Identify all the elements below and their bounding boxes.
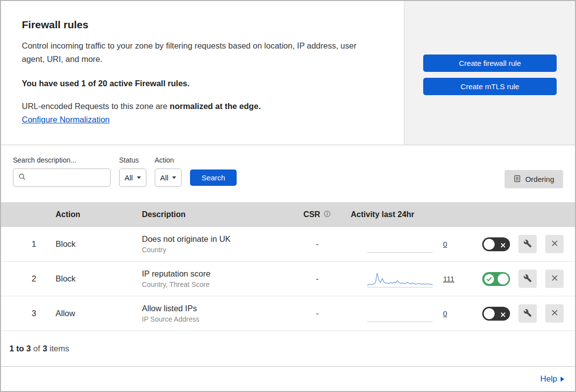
rule-fields: Country bbox=[142, 246, 291, 254]
rule-action: Block bbox=[46, 274, 132, 283]
rule-priority: 1 bbox=[1, 239, 46, 249]
search-group: Search description... bbox=[13, 156, 111, 187]
delete-rule-button[interactable] bbox=[545, 235, 564, 253]
rule-enabled-toggle[interactable] bbox=[482, 307, 510, 321]
wrench-icon bbox=[523, 239, 532, 249]
activity-sparkline bbox=[367, 271, 433, 287]
help-link-label: Help bbox=[540, 374, 557, 384]
rule-action: Block bbox=[46, 239, 132, 249]
rule-activity-cell: 0 bbox=[343, 305, 482, 322]
rule-controls bbox=[482, 270, 575, 288]
header-text-block: Firewall rules Control incoming traffic … bbox=[1, 1, 404, 145]
table-header: Action Description CSR Activity last 24h… bbox=[1, 202, 575, 227]
info-icon[interactable] bbox=[323, 210, 331, 220]
activity-sparkline-empty bbox=[367, 305, 433, 322]
action-column-header: Action bbox=[46, 210, 132, 219]
normalization-note: URL-encoded Requests to this zone are no… bbox=[22, 102, 384, 111]
usage-note: You have used 1 of 20 active Firewall ru… bbox=[22, 79, 384, 88]
rule-controls bbox=[482, 304, 575, 323]
pagination-total: 3 bbox=[43, 344, 47, 353]
rule-activity-cell: 0 bbox=[343, 236, 482, 253]
rule-controls bbox=[482, 235, 575, 253]
wrench-icon bbox=[523, 309, 532, 319]
delete-rule-button[interactable] bbox=[545, 304, 564, 323]
action-select[interactable]: All bbox=[155, 168, 182, 187]
page-header: Firewall rules Control incoming traffic … bbox=[1, 1, 575, 145]
action-selected-value: All bbox=[160, 173, 169, 182]
csr-column-header: CSR bbox=[291, 210, 343, 220]
rule-priority: 3 bbox=[1, 309, 46, 318]
ordering-button-label: Ordering bbox=[525, 175, 554, 183]
page-title: Firewall rules bbox=[22, 19, 384, 31]
rule-description: IP reputation score bbox=[142, 269, 291, 279]
edit-rule-button[interactable] bbox=[518, 270, 537, 288]
help-arrow-icon bbox=[561, 377, 564, 382]
pagination-of: of bbox=[33, 344, 40, 353]
rule-csr-value: - bbox=[291, 274, 343, 283]
activity-count-link[interactable]: 0 bbox=[443, 240, 447, 248]
pagination-items: items bbox=[50, 344, 69, 353]
edit-rule-button[interactable] bbox=[518, 304, 537, 323]
status-select[interactable]: All bbox=[119, 168, 146, 187]
close-icon bbox=[551, 240, 558, 248]
close-icon bbox=[551, 275, 558, 283]
pagination-range: 1 to 3 bbox=[9, 344, 31, 353]
rule-priority: 2 bbox=[1, 274, 46, 283]
status-label: Status bbox=[119, 156, 146, 164]
help-bar: Help bbox=[1, 367, 575, 391]
table-row: 1 Block Does not originate in UK Country… bbox=[1, 227, 575, 262]
activity-count-link[interactable]: 111 bbox=[443, 275, 454, 283]
create-firewall-rule-button[interactable]: Create firewall rule bbox=[423, 55, 557, 72]
ordering-icon bbox=[513, 175, 521, 184]
page-description: Control incoming traffic to your zone by… bbox=[22, 39, 379, 65]
chevron-down-icon bbox=[137, 176, 141, 179]
configure-normalization-link[interactable]: Configure Normalization bbox=[22, 115, 110, 124]
search-icon bbox=[18, 173, 26, 182]
chevron-down-icon bbox=[172, 176, 176, 179]
rule-csr-value: - bbox=[291, 309, 343, 318]
action-label: Action bbox=[155, 156, 182, 164]
header-actions-panel: Create firewall rule Create mTLS rule bbox=[404, 1, 575, 145]
toggle-knob bbox=[484, 239, 495, 250]
table-footer: 1 to 3 of 3 items bbox=[1, 331, 575, 367]
activity-sparkline-empty bbox=[367, 236, 433, 253]
help-link[interactable]: Help bbox=[540, 374, 564, 384]
search-description-input[interactable] bbox=[29, 173, 105, 182]
wrench-icon bbox=[523, 274, 532, 284]
csr-header-label: CSR bbox=[304, 210, 320, 219]
rule-description: Allow listed IPs bbox=[142, 304, 291, 313]
normalization-text: URL-encoded Requests to this zone are bbox=[22, 102, 170, 111]
delete-rule-button[interactable] bbox=[545, 270, 564, 288]
firewall-rules-page: Firewall rules Control incoming traffic … bbox=[0, 0, 576, 392]
ordering-button[interactable]: Ordering bbox=[505, 170, 563, 188]
create-mtls-rule-button[interactable]: Create mTLS rule bbox=[423, 78, 557, 95]
rule-csr-value: - bbox=[291, 239, 343, 249]
table-row: 2 Block IP reputation score Country, Thr… bbox=[1, 262, 575, 296]
rule-description-cell: Does not originate in UK Country bbox=[132, 234, 291, 254]
search-box bbox=[13, 168, 111, 187]
rule-action: Allow bbox=[46, 309, 132, 318]
rule-fields: Country, Threat Score bbox=[142, 280, 291, 288]
normalization-bold: normalized at the edge. bbox=[170, 102, 260, 111]
status-filter-group: Status All bbox=[119, 156, 146, 187]
edit-rule-button[interactable] bbox=[518, 235, 537, 253]
rule-description-cell: IP reputation score Country, Threat Scor… bbox=[132, 269, 291, 288]
toggle-knob bbox=[484, 308, 495, 319]
rule-fields: IP Source Address bbox=[142, 315, 291, 323]
rule-enabled-toggle[interactable] bbox=[482, 272, 510, 286]
rule-description-cell: Allow listed IPs IP Source Address bbox=[132, 304, 291, 323]
filter-bar: Search description... Status All Action bbox=[1, 145, 575, 202]
description-column-header: Description bbox=[132, 210, 291, 219]
activity-column-header: Activity last 24hr bbox=[343, 210, 482, 219]
rule-enabled-toggle[interactable] bbox=[482, 237, 510, 251]
search-label: Search description... bbox=[13, 156, 111, 164]
activity-count-link[interactable]: 0 bbox=[443, 309, 447, 318]
rule-description: Does not originate in UK bbox=[142, 234, 291, 244]
toggle-x-icon bbox=[500, 241, 506, 250]
toggle-x-icon bbox=[500, 311, 506, 320]
toggle-check-icon bbox=[484, 274, 494, 286]
status-selected-value: All bbox=[125, 173, 133, 182]
search-button[interactable]: Search bbox=[190, 169, 237, 186]
filter-row: Search description... Status All Action bbox=[13, 156, 563, 187]
close-icon bbox=[551, 309, 558, 318]
